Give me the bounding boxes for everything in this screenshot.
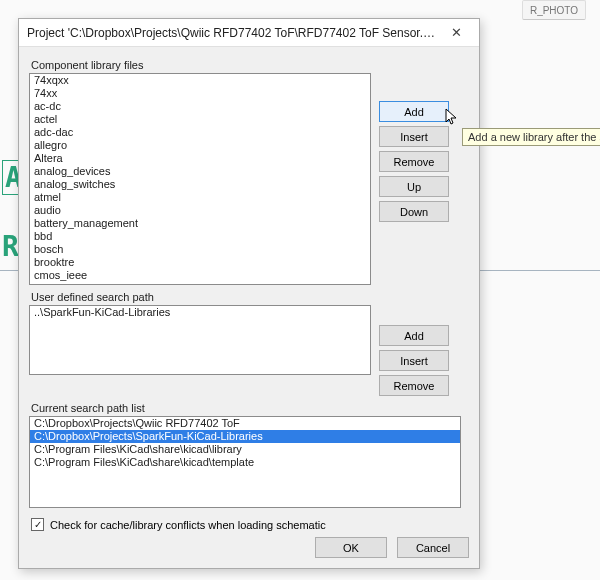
list-item[interactable]: C:\Program Files\KiCad\share\kicad\libra… bbox=[30, 443, 460, 456]
lib-remove-button[interactable]: Remove bbox=[379, 151, 449, 172]
list-item[interactable]: analog_switches bbox=[30, 178, 370, 191]
conflict-checkbox-label: Check for cache/library conflicts when l… bbox=[50, 519, 326, 531]
list-item[interactable]: battery_management bbox=[30, 217, 370, 230]
library-listbox[interactable]: 74xqxx74xxac-dcacteladc-dacallegroAltera… bbox=[29, 73, 371, 285]
user-path-label: User defined search path bbox=[31, 291, 469, 303]
tooltip-text: Add a new library after the selecte bbox=[468, 131, 600, 143]
list-item[interactable]: actel bbox=[30, 113, 370, 126]
list-item[interactable]: cmos_ieee bbox=[30, 269, 370, 282]
path-add-button[interactable]: Add bbox=[379, 325, 449, 346]
btn-label: OK bbox=[343, 542, 359, 554]
library-dialog: Project 'C:\Dropbox\Projects\Qwiic RFD77… bbox=[18, 18, 480, 569]
btn-label: Add bbox=[404, 330, 424, 342]
dialog-title: Project 'C:\Dropbox\Projects\Qwiic RFD77… bbox=[27, 26, 439, 40]
titlebar: Project 'C:\Dropbox\Projects\Qwiic RFD77… bbox=[19, 19, 479, 47]
list-item[interactable]: C:\Dropbox\Projects\Qwiic RFD77402 ToF bbox=[30, 417, 460, 430]
user-path-listbox[interactable]: ..\SparkFun-KiCad-Libraries bbox=[29, 305, 371, 375]
canvas-glyph-2: R bbox=[2, 230, 19, 263]
btn-label: Remove bbox=[394, 156, 435, 168]
list-item[interactable]: C:\Dropbox\Projects\SparkFun-KiCad-Libra… bbox=[30, 430, 460, 443]
ribbon-rphoto[interactable]: R_PHOTO bbox=[522, 0, 586, 20]
btn-label: Insert bbox=[400, 131, 428, 143]
current-path-label: Current search path list bbox=[31, 402, 469, 414]
btn-label: Up bbox=[407, 181, 421, 193]
cancel-button[interactable]: Cancel bbox=[397, 537, 469, 558]
list-item[interactable]: adc-dac bbox=[30, 126, 370, 139]
list-item[interactable]: bosch bbox=[30, 243, 370, 256]
list-item[interactable]: 74xx bbox=[30, 87, 370, 100]
ok-button[interactable]: OK bbox=[315, 537, 387, 558]
list-item[interactable]: ..\SparkFun-KiCad-Libraries bbox=[30, 306, 370, 319]
list-item[interactable]: allegro bbox=[30, 139, 370, 152]
btn-label: Remove bbox=[394, 380, 435, 392]
list-item[interactable]: brooktre bbox=[30, 256, 370, 269]
list-item[interactable]: Altera bbox=[30, 152, 370, 165]
current-path-listbox[interactable]: C:\Dropbox\Projects\Qwiic RFD77402 ToFC:… bbox=[29, 416, 461, 508]
lib-add-button[interactable]: Add bbox=[379, 101, 449, 122]
btn-label: Insert bbox=[400, 355, 428, 367]
list-item[interactable]: analog_devices bbox=[30, 165, 370, 178]
path-insert-button[interactable]: Insert bbox=[379, 350, 449, 371]
path-remove-button[interactable]: Remove bbox=[379, 375, 449, 396]
ribbon-rphoto-label: R_PHOTO bbox=[530, 5, 578, 16]
component-lib-label: Component library files bbox=[31, 59, 469, 71]
list-item[interactable]: atmel bbox=[30, 191, 370, 204]
lib-down-button[interactable]: Down bbox=[379, 201, 449, 222]
conflict-checkbox[interactable]: ✓ bbox=[31, 518, 44, 531]
lib-up-button[interactable]: Up bbox=[379, 176, 449, 197]
tooltip: Add a new library after the selecte bbox=[462, 128, 600, 146]
btn-label: Down bbox=[400, 206, 428, 218]
list-item[interactable]: audio bbox=[30, 204, 370, 217]
btn-label: Add bbox=[404, 106, 424, 118]
close-button[interactable]: ✕ bbox=[439, 25, 473, 40]
list-item[interactable]: ac-dc bbox=[30, 100, 370, 113]
list-item[interactable]: C:\Program Files\KiCad\share\kicad\templ… bbox=[30, 456, 460, 469]
list-item[interactable]: 74xqxx bbox=[30, 74, 370, 87]
list-item[interactable]: bbd bbox=[30, 230, 370, 243]
checkmark-icon: ✓ bbox=[34, 519, 42, 530]
lib-insert-button[interactable]: Insert bbox=[379, 126, 449, 147]
btn-label: Cancel bbox=[416, 542, 450, 554]
